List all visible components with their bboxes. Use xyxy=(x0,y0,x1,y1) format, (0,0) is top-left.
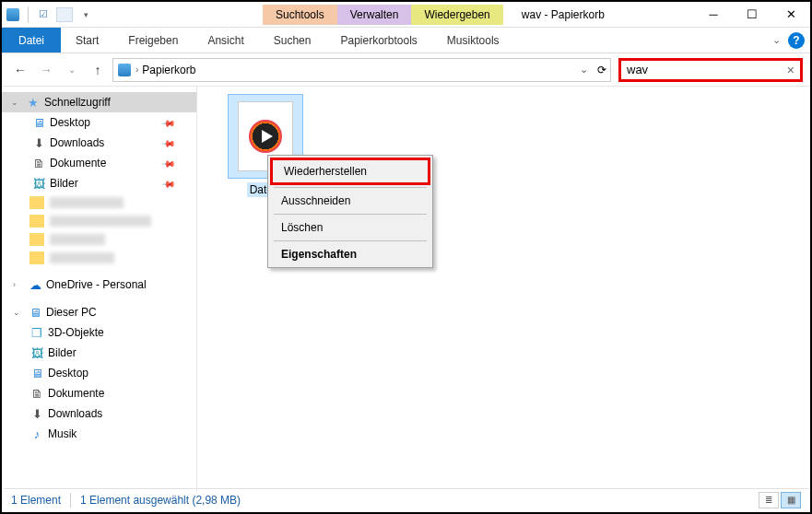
contextual-tab-verwalten: Verwalten xyxy=(337,5,412,25)
context-separator xyxy=(274,214,427,215)
tab-musiktools[interactable]: Musiktools xyxy=(432,28,514,53)
sidebar-item-label: Musik xyxy=(48,427,76,440)
sidebar-dokumente2[interactable]: 🗎Dokumente xyxy=(2,383,196,403)
sidebar-item-label: Dokumente xyxy=(48,387,104,400)
sidebar-blurred-item[interactable] xyxy=(29,249,196,267)
content-pane[interactable]: Datei_ xyxy=(197,87,810,492)
sidebar-onedrive[interactable]: › ☁ OneDrive - Personal xyxy=(2,275,196,295)
search-clear-icon[interactable]: × xyxy=(787,63,794,77)
close-button[interactable]: ✕ xyxy=(771,2,810,28)
window-title: wav - Papierkorb xyxy=(522,8,605,21)
minimize-button[interactable]: ─ xyxy=(694,2,733,28)
help-icon[interactable]: ? xyxy=(788,32,805,49)
media-play-icon xyxy=(249,120,282,153)
status-selection: 1 Element ausgewählt (2,98 MB) xyxy=(80,494,241,507)
pin-icon: 📌 xyxy=(161,115,176,130)
pictures-icon: 🖼 xyxy=(31,176,46,191)
search-input[interactable]: wav × xyxy=(618,58,803,82)
downloads-icon: ⬇ xyxy=(29,406,44,421)
contextual-tab-suchtools: Suchtools xyxy=(263,5,337,25)
status-bar: 1 Element 1 Element ausgewählt (2,98 MB)… xyxy=(4,488,808,510)
desktop-icon: 🖥 xyxy=(31,115,46,130)
maximize-button[interactable]: ☐ xyxy=(733,2,771,28)
sidebar-musik[interactable]: ♪Musik xyxy=(2,424,196,444)
context-restore[interactable]: Wiederherstellen xyxy=(270,158,430,185)
qat-dropdown-icon[interactable]: ▾ xyxy=(78,7,93,22)
status-count: 1 Element xyxy=(11,494,61,507)
cloud-icon: ☁ xyxy=(28,277,42,292)
context-properties[interactable]: Eigenschaften xyxy=(270,243,430,265)
desktop-icon: 🖥 xyxy=(29,366,44,380)
sidebar-desktop[interactable]: 🖥 Desktop 📌 xyxy=(2,112,196,133)
app-icon xyxy=(6,7,20,22)
documents-icon: 🗎 xyxy=(29,386,44,401)
sidebar-item-label: Bilder xyxy=(50,177,78,190)
view-icons-button[interactable]: ▦ xyxy=(781,492,801,508)
sidebar-thispc[interactable]: ⌄ 🖥 Dieser PC xyxy=(2,302,196,322)
sidebar-item-label: Downloads xyxy=(48,407,102,420)
documents-icon: 🗎 xyxy=(31,156,46,170)
context-separator xyxy=(274,240,427,241)
qat-properties-icon[interactable]: ☑ xyxy=(36,7,51,22)
sidebar-bilder[interactable]: 🖼 Bilder 📌 xyxy=(2,173,196,193)
sidebar-blurred-item[interactable] xyxy=(29,212,196,230)
path-separator-icon[interactable]: › xyxy=(135,64,138,75)
nav-up-button[interactable]: ↑ xyxy=(87,59,109,81)
downloads-icon: ⬇ xyxy=(31,135,46,150)
sidebar-item-label: Dieser PC xyxy=(46,306,97,319)
pin-icon: 📌 xyxy=(161,135,176,150)
sidebar-blurred-item[interactable] xyxy=(29,193,196,212)
music-icon: ♪ xyxy=(29,426,44,441)
ribbon-expand-icon[interactable]: ⌄ xyxy=(772,34,781,46)
sidebar-3dobjects[interactable]: ❒3D-Objekte xyxy=(2,322,196,343)
sidebar-dokumente[interactable]: 🗎 Dokumente 📌 xyxy=(2,153,196,173)
view-details-button[interactable]: ≣ xyxy=(759,492,779,508)
nav-forward-button[interactable]: → xyxy=(35,59,57,81)
refresh-icon[interactable]: ⟳ xyxy=(597,64,606,76)
sidebar-item-label: Dokumente xyxy=(50,157,106,169)
tab-papierkorbtools[interactable]: Papierkorbtools xyxy=(325,28,431,53)
contextual-tab-wiedergeben: Wiedergeben xyxy=(411,5,502,25)
tab-ansicht[interactable]: Ansicht xyxy=(193,28,258,53)
chevron-down-icon[interactable]: ⌄ xyxy=(11,98,22,107)
pictures-icon: 🖼 xyxy=(29,345,44,360)
nav-back-button[interactable]: ← xyxy=(9,59,31,81)
context-separator xyxy=(274,187,427,188)
star-icon: ★ xyxy=(26,95,41,110)
tab-start[interactable]: Start xyxy=(61,28,113,53)
sidebar-item-label: Downloads xyxy=(50,136,104,149)
navigation-sidebar[interactable]: ⌄ ★ Schnellzugriff 🖥 Desktop 📌 ⬇ Downloa… xyxy=(2,87,197,492)
tab-suchen[interactable]: Suchen xyxy=(259,28,326,53)
chevron-right-icon[interactable]: › xyxy=(13,280,24,289)
sidebar-item-label: Schnellzugriff xyxy=(44,96,111,109)
search-value: wav xyxy=(627,63,648,76)
cube-icon: ❒ xyxy=(29,325,44,340)
sidebar-item-label: 3D-Objekte xyxy=(48,326,104,339)
pin-icon: 📌 xyxy=(161,156,176,170)
pin-icon: 📌 xyxy=(161,176,176,191)
file-menu[interactable]: Datei xyxy=(2,28,61,53)
address-path[interactable]: › Papierkorb ⌄ ⟳ xyxy=(112,58,611,82)
context-menu: Wiederherstellen Ausschneiden Löschen Ei… xyxy=(267,155,433,268)
sidebar-item-label: Desktop xyxy=(48,367,88,380)
sidebar-item-label: Desktop xyxy=(50,116,90,129)
sidebar-downloads2[interactable]: ⬇Downloads xyxy=(2,403,196,424)
path-recycle-icon xyxy=(117,63,132,77)
chevron-down-icon[interactable]: ⌄ xyxy=(13,308,24,317)
context-delete[interactable]: Löschen xyxy=(270,216,430,239)
sidebar-quickaccess[interactable]: ⌄ ★ Schnellzugriff xyxy=(2,92,196,112)
context-cut[interactable]: Ausschneiden xyxy=(270,190,430,212)
sidebar-desktop2[interactable]: 🖥Desktop xyxy=(2,363,196,383)
qat-newfolder-icon[interactable] xyxy=(56,7,73,22)
sidebar-bilder2[interactable]: 🖼Bilder xyxy=(2,343,196,363)
tab-freigeben[interactable]: Freigeben xyxy=(113,28,193,53)
sidebar-downloads[interactable]: ⬇ Downloads 📌 xyxy=(2,133,196,153)
sidebar-item-label: OneDrive - Personal xyxy=(46,278,147,291)
sidebar-item-label: Bilder xyxy=(48,346,76,359)
sidebar-blurred-item[interactable] xyxy=(29,230,196,249)
path-dropdown-icon[interactable]: ⌄ xyxy=(580,64,588,76)
path-segment[interactable]: Papierkorb xyxy=(142,64,195,76)
nav-recent-dropdown[interactable]: ⌄ xyxy=(61,59,83,81)
pc-icon: 🖥 xyxy=(28,305,42,320)
